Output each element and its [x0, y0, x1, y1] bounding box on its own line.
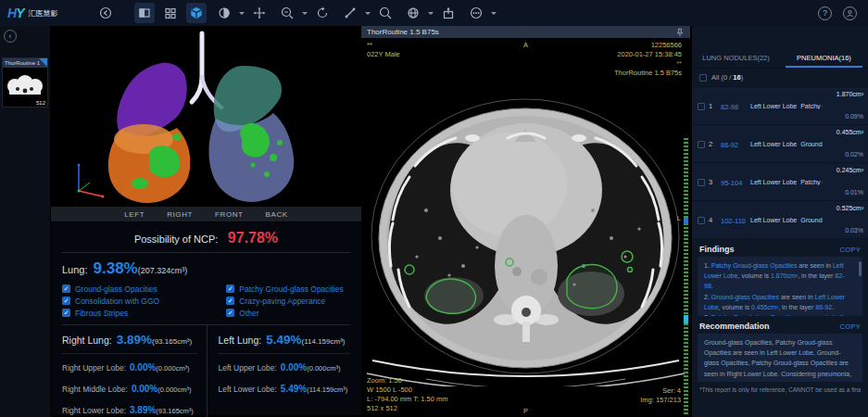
lesion-layer-range[interactable]: 82-98	[721, 103, 738, 111]
search-icon[interactable]	[375, 3, 396, 23]
account-icon-glyph	[846, 9, 854, 18]
view-left-button[interactable]: LEFT	[124, 210, 145, 219]
export-icon[interactable]	[438, 3, 459, 23]
checkbox-checked-icon[interactable]: ✓	[226, 284, 234, 293]
chevron-down-icon[interactable]	[365, 12, 371, 15]
export-icon-glyph	[442, 6, 455, 19]
lesion-layer-range[interactable]: 95-104	[721, 179, 742, 187]
lesion-row[interactable]: 2 86-92 Left Lower LobeGround-glass Op 0…	[692, 125, 868, 163]
legend-item: ✓Consolidation with GGO	[62, 295, 226, 307]
lung-3d-render[interactable]	[51, 26, 361, 206]
rotate-icon[interactable]	[312, 3, 333, 23]
checkbox-checked-icon[interactable]: ✓	[226, 309, 234, 317]
tab-lung-nodules[interactable]: LUNG NODULES(22)	[692, 48, 780, 68]
recommendation-copy-button[interactable]: COPY	[840, 322, 861, 331]
legend-item: ✓Crazy-paving Apperance	[226, 295, 350, 307]
tab-pneumonia[interactable]: PNEUMONIA(16)	[780, 48, 868, 68]
search-icon-glyph	[379, 6, 392, 19]
grid-icon-glyph	[164, 6, 177, 19]
ct-title-bar[interactable]: ThorRoutine 1.5 B75s	[361, 26, 690, 38]
pin-icon[interactable]	[675, 28, 685, 37]
lesion-checkbox[interactable]	[698, 103, 705, 110]
contrast-tool[interactable]	[211, 3, 245, 23]
more-tool[interactable]	[463, 3, 497, 23]
zoom-out-tool[interactable]	[274, 3, 308, 23]
chevron-down-icon[interactable]	[428, 12, 434, 15]
lesion-index: 4	[709, 216, 712, 224]
right-lung-summary: Right Lung: 3.89% (93.165cm³)	[62, 327, 197, 354]
lung-label: Lung:	[62, 264, 88, 275]
ct-viewer-panel: ThorRoutine 1.5 B75s	[361, 26, 690, 417]
lesion-checkbox[interactable]	[698, 141, 705, 148]
legend-item: ✓Patchy Groud-glass Opacities	[226, 283, 350, 295]
select-all-checkbox[interactable]	[699, 74, 707, 82]
back-icon[interactable]	[95, 3, 116, 23]
lesion-layer-range[interactable]: 102-110	[721, 217, 746, 225]
layout-icon[interactable]	[134, 3, 155, 23]
findings-copy-button[interactable]: COPY	[840, 246, 861, 254]
checkbox-checked-icon[interactable]: ✓	[62, 309, 70, 317]
lesion-volume: 0.245cm³	[837, 167, 863, 173]
measure-icon	[340, 3, 360, 23]
help-icon[interactable]: ?	[818, 6, 832, 20]
lesion-percent: 0.09%	[845, 113, 863, 120]
finding-entry: 3. Patchy Groud-glass Opacities are seen…	[704, 312, 853, 316]
slice-marker-secondary	[684, 218, 688, 224]
recommendation-header: Recommendation COPY	[692, 316, 868, 334]
lesion-row[interactable]: 3 95-104 Left Lower LobePatchy Groud-gla…	[692, 163, 868, 201]
recommendation-text: Ground-glass Opacities, Patchy Groud-gla…	[704, 337, 853, 382]
ct-overlay-series: Ser: 4Img: 157/213	[640, 386, 681, 405]
legend-item: ✓Ground-glass Opacities	[62, 283, 226, 295]
findings-box[interactable]: 1. Patchy Groud-glass Opacities are seen…	[698, 257, 862, 316]
select-all-label: All (0 / 16)	[711, 73, 743, 82]
layout-icon-glyph	[138, 6, 151, 19]
checkbox-checked-icon[interactable]: ✓	[226, 297, 234, 305]
lesion-layer-range[interactable]: 86-92	[721, 141, 738, 149]
chevron-down-icon[interactable]	[302, 12, 308, 15]
finding-entry: 2. Ground-glass Opacities are seen in Le…	[704, 292, 853, 312]
right-lung-column: Right Lung: 3.89% (93.165cm³) Right Uppe…	[62, 325, 207, 417]
series-thumbnail[interactable]: ThorRoutine 1 512	[2, 57, 48, 107]
left-lung-column: Left Lung: 5.49% (114.159cm³) Left Upper…	[207, 325, 351, 417]
pan-icon[interactable]	[249, 3, 270, 23]
legend-item: ✓Other	[226, 307, 350, 319]
view-right-button[interactable]: RIGHT	[167, 210, 193, 219]
panel-3d: LEFT RIGHT FRONT BACK Possibility of NCP…	[51, 26, 361, 417]
lung-total: Lung: 9.38% (207.324cm³)	[62, 259, 350, 278]
checkbox-checked-icon[interactable]: ✓	[62, 297, 70, 305]
chevron-down-icon[interactable]	[239, 12, 245, 15]
toolbar: HY 汇医慧影	[0, 0, 868, 26]
lobe-stat: Right Middle Lobe:0.00%(0.000cm³)	[62, 384, 197, 394]
lung-breakdown: Right Lung: 3.89% (93.165cm³) Right Uppe…	[62, 325, 350, 417]
chevron-down-icon[interactable]	[491, 12, 497, 15]
lesion-row[interactable]: 4 102-110 Left Lower LobeGround-glass Op…	[692, 201, 868, 239]
lesion-legend: ✓Ground-glass Opacities ✓Consolidation w…	[62, 283, 350, 319]
lesion-location: Left Lower Lobe	[750, 217, 797, 223]
ncp-probability: Possibility of NCP: 97.78%	[62, 227, 350, 253]
cube-icon-glyph	[190, 6, 203, 19]
window-level-tool[interactable]	[400, 3, 434, 23]
help-glyph: ?	[823, 8, 827, 18]
analysis-stats: Possibility of NCP: 97.78% Lung: 9.38% (…	[51, 222, 361, 415]
account-icon[interactable]	[843, 6, 857, 20]
view-back-button[interactable]: BACK	[266, 210, 288, 219]
ct-orientation-left: L	[677, 214, 681, 223]
checkbox-checked-icon[interactable]: ✓	[62, 284, 70, 293]
view-front-button[interactable]: FRONT	[215, 210, 244, 219]
recommendation-box[interactable]: Ground-glass Opacities, Patchy Groud-gla…	[698, 334, 862, 382]
measure-tool[interactable]	[337, 3, 371, 23]
slice-position-strip[interactable]	[684, 138, 688, 414]
grid-layout-icon[interactable]	[160, 3, 181, 23]
ct-viewport[interactable]: **022Y Male A 122565662020-01-27 15:38:4…	[361, 38, 690, 417]
lung-volume: (207.324cm³)	[138, 266, 188, 275]
lesion-checkbox[interactable]	[698, 179, 705, 186]
logo-text: 汇医慧影	[28, 9, 57, 18]
collapse-rail-icon[interactable]: ‹	[4, 30, 17, 43]
findings-scrollbar[interactable]	[859, 261, 862, 276]
lesion-volume: 0.455cm³	[837, 129, 863, 135]
slice-marker-current[interactable]	[684, 315, 688, 323]
lesion-checkbox[interactable]	[698, 217, 705, 224]
ncp-label: Possibility of NCP:	[134, 234, 218, 245]
lesion-row[interactable]: 1 82-98 Left Lower LobePatchy Groud-gla …	[692, 87, 868, 125]
cube-3d-icon[interactable]	[186, 3, 207, 23]
